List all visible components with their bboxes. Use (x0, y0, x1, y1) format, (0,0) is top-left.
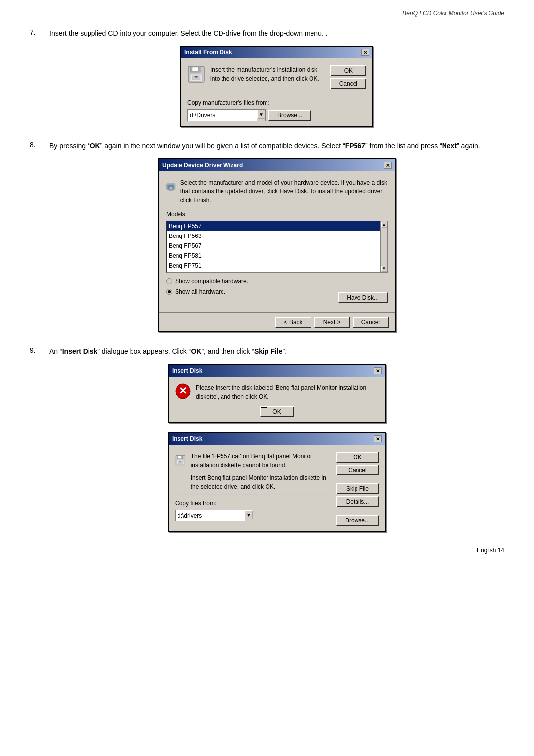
step-9-number: 9. (30, 346, 49, 354)
insert-disk-1-title-bar: Insert Disk ✕ (169, 365, 385, 377)
list-item[interactable]: Benq FP567 (167, 241, 380, 251)
install-from-disk-browse-button[interactable]: Browse... (268, 110, 311, 121)
list-item[interactable]: Benq FP751 (167, 261, 380, 271)
insert-disk-2-browse-button[interactable]: Browse... (336, 515, 379, 526)
insert-disk-1-close-button[interactable]: ✕ (374, 367, 382, 374)
radio-all-label: Show all hardware. (175, 287, 225, 296)
update-driver-title-bar: Update Device Driver Wizard ✕ (159, 159, 395, 171)
insert-disk-1-dialog: Insert Disk ✕ ✕ Please insert the disk l… (168, 364, 386, 423)
update-driver-description: Select the manufacturer and model of you… (180, 178, 388, 205)
insert-disk-1-message: Please insert the disk labeled 'Benq fla… (196, 383, 379, 401)
svg-rect-9 (169, 191, 173, 191)
step-8: 8. By pressing “OK” again in the next wi… (30, 141, 504, 332)
next-button[interactable]: Next > (314, 317, 350, 328)
step-7: 7. Insert the supplied CD into your comp… (30, 28, 504, 127)
scroll-up-arrow[interactable]: ▲ (381, 222, 387, 228)
step-8-text: By pressing “OK” again in the next windo… (49, 141, 504, 332)
install-from-disk-body: Insert the manufacturer's installation d… (181, 58, 372, 126)
copy-files-label: Copy manufacturer's files from: (187, 98, 366, 107)
insert-disk-2-buttons: OK Cancel Skip File Details... Browse... (336, 452, 379, 526)
insert-disk-2-dropdown-row: d:\drivers ▼ (175, 510, 332, 521)
insert-disk-1-ok-button[interactable]: OK (260, 406, 294, 417)
wizard-footer: < Back Next > Cancel (159, 312, 395, 331)
radio-group: Show compatible hardware. Show all hardw… (166, 277, 248, 298)
radio-compatible[interactable] (166, 278, 172, 284)
models-label: Models: (166, 210, 388, 219)
svg-rect-15 (178, 456, 181, 459)
update-driver-main-row: Select the manufacturer and model of you… (166, 178, 388, 205)
insert-disk-2-ok-button[interactable]: OK (336, 452, 379, 463)
install-from-disk-buttons: OK Cancel (330, 65, 366, 89)
step-8-number: 8. (30, 141, 49, 149)
install-from-disk-cancel-button[interactable]: Cancel (330, 78, 366, 89)
radio-compatible-row: Show compatible hardware. (166, 277, 248, 285)
insert-disk-2-cancel-button[interactable]: Cancel (336, 465, 379, 475)
insert-disk-1-main-row: ✕ Please insert the disk labeled 'Benq f… (175, 383, 379, 401)
install-from-disk-title-bar: Install From Disk ✕ (181, 47, 372, 58)
step-7-number: 7. (30, 28, 49, 36)
install-from-disk-dropdown-row: d:\Drivers ▼ Browse... (187, 109, 366, 121)
install-from-disk-main-row: Insert the manufacturer's installation d… (187, 65, 366, 89)
insert-disk-1-title-text: Insert Disk (172, 366, 202, 375)
insert-disk-2-layout: The file 'FP557.cat' on Benq flat panel … (175, 452, 379, 526)
monitor-icon (166, 178, 176, 197)
step-9-text: An “Insert Disk” dialogue box appears. C… (49, 346, 504, 532)
floppy-icon (187, 65, 205, 83)
insert-disk-2-dropdown-arrow[interactable]: ▼ (245, 510, 253, 519)
insert-disk-2-icon-row: The file 'FP557.cat' on Benq flat panel … (175, 452, 332, 491)
insert-disk-1-body: ✕ Please insert the disk labeled 'Benq f… (169, 377, 385, 422)
update-driver-dialog: Update Device Driver Wizard ✕ (158, 158, 396, 332)
insert-disk-2-dialog: Insert Disk ✕ (168, 432, 386, 532)
insert-disk-1-container: Insert Disk ✕ ✕ Please insert the disk l… (49, 364, 504, 423)
update-driver-dialog-container: Update Device Driver Wizard ✕ (49, 158, 504, 332)
page-footer: English 14 (30, 547, 504, 554)
scroll-down-arrow[interactable]: ▼ (381, 266, 387, 272)
update-driver-close-button[interactable]: ✕ (384, 162, 392, 169)
insert-disk-2-dropdown-value: d:\drivers (176, 510, 245, 521)
install-from-disk-dialog: Install From Disk ✕ (180, 46, 373, 127)
back-button[interactable]: < Back (275, 317, 312, 328)
insert-disk-2-left: The file 'FP557.cat' on Benq flat panel … (175, 452, 332, 526)
svg-rect-2 (192, 67, 198, 71)
insert-disk-2-message2: Insert Benq flat panel Monitor installat… (191, 473, 332, 491)
page-header: BenQ LCD Color Monitor User's Guide (30, 10, 504, 19)
dropdown-arrow-icon[interactable]: ▼ (257, 110, 265, 119)
insert-disk-2-details-button[interactable]: Details... (336, 496, 379, 507)
list-item[interactable]: Benq FP563 (167, 231, 380, 241)
cancel-button[interactable]: Cancel (353, 317, 389, 328)
close-button[interactable]: ✕ (361, 49, 369, 56)
models-listbox[interactable]: Benq FP557 Benq FP563 Benq FP567 Benq FP… (166, 221, 388, 273)
step-7-text: Insert the supplied CD into your compute… (49, 28, 504, 127)
insert-disk-2-messages: The file 'FP557.cat' on Benq flat panel … (191, 452, 332, 491)
radio-all-row: Show all hardware. (166, 287, 248, 296)
insert-disk-1-ok-row: OK (175, 406, 379, 417)
have-disk-button[interactable]: Have Disk... (338, 292, 388, 303)
svg-text:✕: ✕ (179, 385, 187, 396)
insert-disk-2-body: The file 'FP557.cat' on Benq flat panel … (169, 445, 385, 531)
install-from-disk-container: Install From Disk ✕ (49, 46, 504, 127)
install-from-disk-message-text: Insert the manufacturer's installation d… (210, 66, 319, 82)
list-item[interactable]: Benq FP557 (167, 221, 380, 231)
list-item[interactable]: Benq FP581 (167, 251, 380, 261)
scrollbar[interactable]: ▲ ▼ (380, 221, 387, 272)
insert-disk-2-title-text: Insert Disk (172, 434, 202, 443)
insert-disk-2-close-button[interactable]: ✕ (374, 435, 382, 442)
update-driver-title-text: Update Device Driver Wizard (162, 161, 243, 170)
insert-disk-2-message1: The file 'FP557.cat' on Benq flat panel … (191, 452, 332, 470)
install-from-disk-ok-button[interactable]: OK (330, 65, 366, 76)
radio-all[interactable] (166, 289, 172, 295)
update-driver-body: Select the manufacturer and model of you… (159, 171, 395, 312)
step-9: 9. An “Insert Disk” dialogue box appears… (30, 346, 504, 532)
install-from-disk-title-text: Install From Disk (184, 48, 232, 57)
insert-disk-2-dropdown[interactable]: d:\drivers ▼ (175, 510, 253, 521)
install-from-disk-dropdown[interactable]: d:\Drivers ▼ (187, 109, 266, 121)
svg-rect-8 (170, 190, 173, 190)
radio-compatible-label: Show compatible hardware. (175, 277, 248, 285)
insert-disk-2-skip-file-button[interactable]: Skip File (336, 483, 379, 494)
insert-disk-1-message-text: Please insert the disk labeled 'Benq fla… (196, 384, 366, 400)
install-from-disk-message: Insert the manufacturer's installation d… (210, 65, 321, 83)
install-from-disk-dropdown-value: d:\Drivers (188, 110, 257, 121)
header-title: BenQ LCD Color Monitor User's Guide (402, 10, 504, 17)
error-icon: ✕ (175, 383, 191, 399)
models-list-content: Benq FP557 Benq FP563 Benq FP567 Benq FP… (167, 221, 380, 272)
